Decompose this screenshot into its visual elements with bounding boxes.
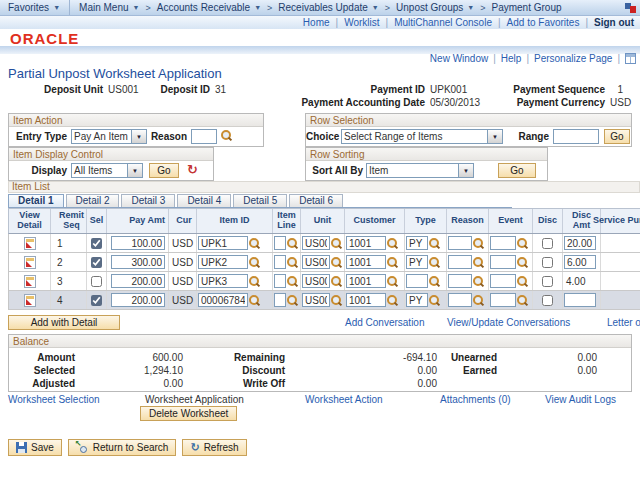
attachments-link[interactable]: Attachments (0) xyxy=(440,394,511,405)
disc-checkbox[interactable] xyxy=(542,238,553,249)
lookup-icon[interactable] xyxy=(386,294,398,307)
breadcrumb-unpost-groups[interactable]: Unpost Groups xyxy=(394,2,465,13)
lookup-icon[interactable] xyxy=(428,294,440,307)
add-to-favorites-link[interactable]: Add to Favorites xyxy=(507,17,580,28)
item-line-input[interactable] xyxy=(274,236,286,250)
sign-out-link[interactable]: Sign out xyxy=(594,17,634,28)
lookup-icon[interactable] xyxy=(220,129,232,142)
disc-checkbox[interactable] xyxy=(542,295,553,306)
lookup-icon[interactable] xyxy=(248,256,260,269)
corner-icon[interactable] xyxy=(625,3,636,13)
reason-input[interactable] xyxy=(448,293,472,307)
favorites-menu[interactable]: Favorites xyxy=(6,2,51,13)
tab-detail-3[interactable]: Detail 3 xyxy=(121,194,175,208)
type-input[interactable] xyxy=(406,236,428,250)
event-input[interactable] xyxy=(490,274,516,288)
refresh-button[interactable]: ↻ Refresh xyxy=(182,439,246,456)
tab-detail-1[interactable]: Detail 1 xyxy=(8,194,64,208)
lookup-icon[interactable] xyxy=(386,256,398,269)
refresh-worksheet-icon[interactable]: ↻ xyxy=(187,163,198,176)
disc-checkbox[interactable] xyxy=(542,257,553,268)
save-button[interactable]: Save xyxy=(8,439,62,456)
view-detail-icon[interactable] xyxy=(24,256,36,269)
item-line-input[interactable] xyxy=(274,293,286,307)
entry-type-select[interactable]: Pay An Item ▼ xyxy=(71,129,147,144)
item-id-input[interactable] xyxy=(198,255,248,269)
lookup-icon[interactable] xyxy=(472,275,484,288)
delete-worksheet-button[interactable]: Delete Worksheet xyxy=(140,406,237,421)
disc-amt-input[interactable] xyxy=(564,293,596,307)
unit-input[interactable] xyxy=(302,255,330,269)
pay-amt-input[interactable] xyxy=(111,293,165,307)
view-detail-icon[interactable] xyxy=(24,294,36,307)
view-detail-icon[interactable] xyxy=(24,275,36,288)
unit-input[interactable] xyxy=(302,236,330,250)
reason-input[interactable] xyxy=(448,274,472,288)
lookup-icon[interactable] xyxy=(428,256,440,269)
range-input[interactable] xyxy=(553,129,599,144)
item-id-input[interactable] xyxy=(198,274,248,288)
lookup-icon[interactable] xyxy=(330,294,342,307)
view-update-conversations-link[interactable]: View/Update Conversations xyxy=(447,317,570,328)
help-link[interactable]: Help xyxy=(501,53,522,64)
item-display-go-button[interactable]: Go xyxy=(149,163,179,178)
lookup-icon[interactable] xyxy=(516,275,528,288)
disc-amt-input[interactable] xyxy=(564,255,596,269)
tab-detail-6[interactable]: Detail 6 xyxy=(289,194,343,208)
type-input[interactable] xyxy=(406,255,428,269)
sel-checkbox[interactable] xyxy=(91,276,102,287)
event-input[interactable] xyxy=(490,236,516,250)
view-detail-icon[interactable] xyxy=(24,237,36,250)
lookup-icon[interactable] xyxy=(286,237,298,250)
lookup-icon[interactable] xyxy=(286,256,298,269)
home-link[interactable]: Home xyxy=(303,17,330,28)
breadcrumb-receivables-update[interactable]: Receivables Update xyxy=(276,2,370,13)
customer-input[interactable] xyxy=(346,293,386,307)
reason-input[interactable] xyxy=(448,236,472,250)
choice-select[interactable]: Select Range of Items ▼ xyxy=(341,129,503,144)
breadcrumb-main-menu[interactable]: Main Menu xyxy=(77,2,130,13)
lookup-icon[interactable] xyxy=(286,294,298,307)
row-sorting-go-button[interactable]: Go xyxy=(498,163,536,178)
lookup-icon[interactable] xyxy=(330,237,342,250)
lookup-icon[interactable] xyxy=(386,237,398,250)
item-line-input[interactable] xyxy=(274,274,286,288)
add-conversation-link[interactable]: Add Conversation xyxy=(345,317,425,328)
item-id-input[interactable] xyxy=(198,293,248,307)
lookup-icon[interactable] xyxy=(516,294,528,307)
letter-of-credit-link[interactable]: Letter of Credit xyxy=(607,317,640,328)
return-to-search-button[interactable]: Return to Search xyxy=(68,439,177,456)
customer-input[interactable] xyxy=(346,255,386,269)
type-input[interactable] xyxy=(406,274,428,288)
unit-input[interactable] xyxy=(302,274,330,288)
row-selection-go-button[interactable]: Go xyxy=(604,129,630,144)
personalize-layout-icon[interactable] xyxy=(625,53,636,64)
worksheet-action-link[interactable]: Worksheet Action xyxy=(305,394,383,405)
tab-detail-5[interactable]: Detail 5 xyxy=(233,194,287,208)
event-input[interactable] xyxy=(490,255,516,269)
lookup-icon[interactable] xyxy=(516,237,528,250)
pay-amt-input[interactable] xyxy=(111,274,165,288)
customer-input[interactable] xyxy=(346,274,386,288)
lookup-icon[interactable] xyxy=(330,256,342,269)
sel-checkbox[interactable] xyxy=(91,295,102,306)
lookup-icon[interactable] xyxy=(472,294,484,307)
tab-detail-2[interactable]: Detail 2 xyxy=(66,194,120,208)
unit-input[interactable] xyxy=(302,293,330,307)
pay-amt-input[interactable] xyxy=(111,255,165,269)
worklist-link[interactable]: Worklist xyxy=(344,17,379,28)
lookup-icon[interactable] xyxy=(472,256,484,269)
pay-amt-input[interactable] xyxy=(111,236,165,250)
lookup-icon[interactable] xyxy=(386,275,398,288)
type-input[interactable] xyxy=(406,293,428,307)
multichannel-console-link[interactable]: MultiChannel Console xyxy=(394,17,492,28)
lookup-icon[interactable] xyxy=(516,256,528,269)
display-select[interactable]: All Items ▼ xyxy=(71,163,143,178)
breadcrumb-accounts-receivable[interactable]: Accounts Receivable xyxy=(155,2,252,13)
lookup-icon[interactable] xyxy=(472,237,484,250)
item-line-input[interactable] xyxy=(274,255,286,269)
disc-checkbox[interactable] xyxy=(542,276,553,287)
disc-amt-input[interactable] xyxy=(564,236,596,250)
tab-detail-4[interactable]: Detail 4 xyxy=(177,194,231,208)
view-audit-logs-link[interactable]: View Audit Logs xyxy=(545,394,616,405)
